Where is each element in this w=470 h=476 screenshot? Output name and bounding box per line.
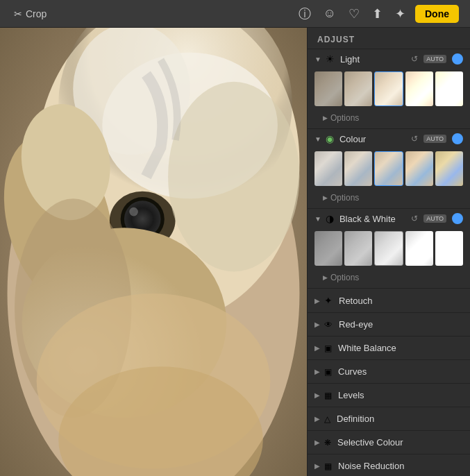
selectivecolour-icon: ❋ — [324, 438, 331, 448]
light-thumb-0[interactable] — [314, 71, 342, 106]
levels-label: Levels — [338, 390, 364, 400]
colour-thumb-3[interactable] — [405, 151, 433, 186]
whitebalance-section[interactable]: ▶ ▣ White Balance — [308, 337, 470, 360]
bw-thumbnails — [308, 228, 470, 270]
dog-image — [0, 28, 307, 476]
info-icon[interactable]: ⓘ — [296, 3, 314, 25]
curves-icon: ▣ — [324, 367, 332, 377]
bw-section: ▼ ◑ Black & White ↺ AUTO ▶ Options — [308, 209, 470, 289]
noisereduction-section[interactable]: ▶ ▦ Noise Reduction — [308, 454, 470, 476]
main-content: ADJUST ▼ ☀ Light ↺ AUTO ▶ Options — [0, 28, 470, 476]
light-options-label: Options — [330, 113, 359, 123]
whitebalance-chevron: ▶ — [314, 344, 320, 352]
bw-thumb-3[interactable] — [405, 231, 433, 266]
selectivecolour-chevron: ▶ — [314, 439, 320, 446]
levels-section[interactable]: ▶ ▦ Levels — [308, 384, 470, 407]
noisereduction-label: Noise Reduction — [338, 461, 404, 471]
light-chevron-down: ▼ — [314, 56, 321, 63]
light-thumb-4[interactable] — [435, 71, 463, 106]
bw-toggle[interactable] — [452, 213, 463, 224]
colour-reset-icon[interactable]: ↺ — [411, 134, 418, 144]
top-bar: ✂ Crop ⓘ ☺ ♡ ⬆ ✦ Done — [0, 0, 470, 28]
selectivecolour-label: Selective Colour — [337, 437, 403, 448]
heart-icon[interactable]: ♡ — [346, 3, 362, 24]
bw-options-chevron: ▶ — [323, 274, 328, 281]
curves-chevron: ▶ — [314, 368, 320, 375]
crop-label: Crop — [26, 8, 47, 19]
bw-section-header[interactable]: ▼ ◑ Black & White ↺ AUTO — [308, 209, 470, 228]
retouch-label: Retouch — [339, 296, 372, 306]
definition-chevron: ▶ — [314, 415, 320, 423]
bw-options[interactable]: ▶ Options — [308, 270, 470, 288]
light-auto-badge[interactable]: AUTO — [423, 55, 446, 63]
dog-svg — [0, 28, 307, 476]
crop-icon: ✂ — [14, 8, 22, 19]
redeye-label: Red-eye — [339, 319, 373, 330]
light-thumb-1[interactable] — [344, 71, 372, 106]
whitebalance-icon: ▣ — [324, 343, 332, 353]
colour-section: ▼ ◉ Colour ↺ AUTO ▶ Options — [308, 129, 470, 209]
crop-button[interactable]: ✂ Crop — [7, 6, 53, 22]
curves-section[interactable]: ▶ ▣ Curves — [308, 360, 470, 384]
adjust-panel: ADJUST ▼ ☀ Light ↺ AUTO ▶ Options — [307, 28, 470, 476]
bw-reset-icon[interactable]: ↺ — [411, 214, 418, 223]
retouch-chevron: ▶ — [314, 297, 320, 305]
bw-thumb-4[interactable] — [435, 231, 463, 266]
light-section-header[interactable]: ▼ ☀ Light ↺ AUTO — [308, 49, 470, 69]
definition-label: Definition — [337, 414, 374, 424]
light-thumbnails — [308, 69, 470, 110]
top-bar-left: ✂ Crop — [0, 6, 289, 22]
colour-thumb-2[interactable] — [374, 151, 403, 186]
colour-section-header[interactable]: ▼ ◉ Colour ↺ AUTO — [308, 129, 470, 148]
bw-thumb-1[interactable] — [344, 231, 372, 266]
bw-chevron-down: ▼ — [314, 215, 321, 223]
share-icon[interactable]: ⬆ — [369, 3, 385, 24]
redeye-chevron: ▶ — [314, 321, 320, 328]
colour-toggle[interactable] — [452, 133, 463, 144]
levels-icon: ▦ — [324, 391, 332, 400]
levels-chevron: ▶ — [314, 391, 320, 399]
bw-auto-badge[interactable]: AUTO — [423, 214, 446, 223]
done-button[interactable]: Done — [415, 5, 459, 23]
emoji-icon[interactable]: ☺ — [321, 3, 339, 24]
light-thumb-3[interactable] — [405, 71, 433, 106]
redeye-section[interactable]: ▶ 👁 Red-eye — [308, 313, 470, 337]
redeye-icon: 👁 — [324, 320, 333, 330]
selectivecolour-section[interactable]: ▶ ❋ Selective Colour — [308, 431, 470, 454]
noisereduction-chevron: ▶ — [314, 462, 320, 470]
light-reset-icon[interactable]: ↺ — [411, 54, 418, 64]
bw-thumb-2[interactable] — [374, 231, 403, 266]
colour-auto-badge[interactable]: AUTO — [423, 135, 446, 143]
bw-label: Black & White — [339, 214, 408, 224]
light-options[interactable]: ▶ Options — [308, 110, 470, 128]
retouch-icon: ✦ — [324, 295, 333, 306]
top-bar-icons: ⓘ ☺ ♡ ⬆ ✦ Done — [289, 3, 470, 25]
definition-section[interactable]: ▶ △ Definition — [308, 407, 470, 431]
light-label: Light — [340, 54, 408, 65]
light-toggle[interactable] — [452, 53, 463, 65]
bw-options-label: Options — [330, 273, 359, 282]
colour-thumb-1[interactable] — [344, 151, 372, 186]
colour-options-label: Options — [330, 193, 359, 203]
light-options-chevron: ▶ — [323, 114, 328, 121]
svg-point-13 — [168, 82, 299, 272]
colour-thumb-0[interactable] — [314, 151, 342, 186]
bw-icon: ◑ — [326, 213, 334, 224]
colour-thumbnails — [308, 148, 470, 190]
light-thumb-2[interactable] — [374, 71, 403, 106]
whitebalance-label: White Balance — [338, 343, 396, 353]
noisereduction-icon: ▦ — [324, 461, 332, 471]
svg-point-11 — [129, 207, 138, 216]
photo-panel — [0, 28, 307, 476]
bw-thumb-0[interactable] — [314, 231, 342, 266]
colour-icon: ◉ — [326, 133, 334, 144]
light-section: ▼ ☀ Light ↺ AUTO ▶ Options — [308, 49, 470, 129]
colour-label: Colour — [339, 134, 408, 144]
colour-options-chevron: ▶ — [323, 194, 328, 201]
curves-label: Curves — [338, 366, 367, 377]
colour-options[interactable]: ▶ Options — [308, 190, 470, 208]
definition-icon: △ — [324, 414, 330, 424]
colour-thumb-4[interactable] — [435, 151, 463, 186]
retouch-section[interactable]: ▶ ✦ Retouch — [308, 289, 470, 313]
adjust-icon[interactable]: ✦ — [392, 3, 408, 24]
